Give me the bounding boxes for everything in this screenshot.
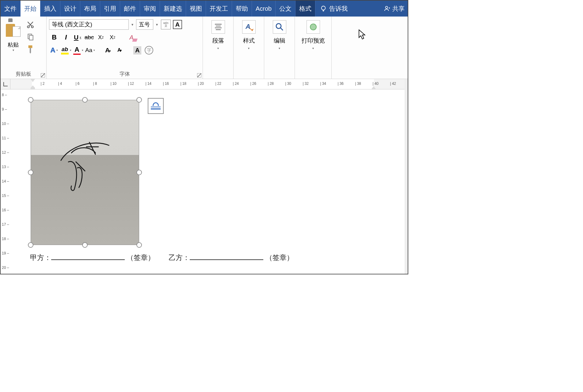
brush-icon — [26, 45, 34, 54]
font-color-button[interactable]: A — [73, 45, 84, 55]
group-paragraph[interactable]: 段落 ▾ — [203, 17, 234, 79]
enclose-char-button[interactable]: 字 — [144, 45, 154, 55]
party-b-label: 乙方： — [169, 254, 190, 262]
group-print-preview[interactable]: 打印预览 ▾ — [295, 17, 332, 79]
tab-acrobat[interactable]: Acrob — [252, 1, 276, 17]
signature-line: 甲方： （签章） 乙方： （签章） — [30, 253, 294, 262]
tab-insert[interactable]: 插入 — [40, 1, 60, 17]
tab-file[interactable]: 文件 — [1, 1, 21, 17]
paragraph-icon — [211, 20, 225, 34]
tab-gongwen[interactable]: 公文 — [276, 1, 295, 17]
group-clipboard: 粘贴 ▾ 剪贴板 — [1, 17, 47, 79]
group-label-font: 字体 — [48, 69, 201, 78]
resize-handle-tr[interactable] — [136, 97, 142, 103]
tab-developer[interactable]: 开发工 — [206, 1, 232, 17]
horizontal-ruler[interactable]: 24681012141618202224262830323436384042 — [10, 79, 408, 89]
party-b-seal: （签章） — [265, 254, 294, 262]
party-a-label: 甲方： — [30, 254, 51, 262]
svg-point-0 — [322, 6, 326, 10]
tab-format[interactable]: 格式 — [295, 1, 315, 17]
bold-button[interactable]: B — [49, 32, 59, 43]
svg-point-13 — [310, 24, 316, 30]
phonetic-guide-button[interactable]: wén文 — [161, 19, 171, 30]
text-effects-icon: A — [51, 46, 55, 54]
share-button[interactable]: 共享 — [381, 1, 408, 17]
scissors-icon — [26, 21, 34, 29]
resize-handle-br[interactable] — [136, 242, 142, 248]
layout-options-icon — [151, 102, 161, 110]
styles-icon: A — [242, 20, 256, 34]
resize-handle-ml[interactable] — [28, 170, 33, 175]
editing-icon — [273, 20, 286, 34]
person-add-icon — [384, 5, 391, 12]
party-b-underline — [190, 253, 263, 260]
group-editing[interactable]: 编辑 ▾ — [264, 17, 295, 79]
document-area[interactable]: 甲方： （签章） 乙方： （签章） — [10, 89, 408, 274]
highlight-icon: ab — [61, 46, 69, 55]
phonetic-icon: wén文 — [161, 20, 171, 29]
superscript-button[interactable]: X2 — [107, 32, 118, 43]
resize-handle-tm[interactable] — [82, 97, 88, 103]
resize-handle-bm[interactable] — [82, 242, 88, 248]
enclose-icon: 字 — [145, 46, 153, 55]
signature-photo — [31, 100, 139, 245]
char-border-button[interactable]: A — [172, 19, 183, 30]
ribbon-empty — [332, 17, 408, 79]
tab-selector-icon — [3, 82, 8, 86]
cut-button[interactable] — [26, 20, 35, 29]
clear-format-button[interactable]: A — [126, 32, 137, 43]
clipboard-icon — [6, 20, 21, 37]
italic-button[interactable]: I — [61, 32, 71, 43]
border-a-icon: A — [173, 20, 182, 29]
svg-text:A: A — [245, 23, 250, 30]
party-a-seal: （签章） — [127, 254, 155, 262]
layout-options-button[interactable] — [148, 98, 164, 114]
ribbon-tabs: 文件 开始 插入 设计 布局 引用 邮件 审阅 新建选 视图 开发工 帮助 Ac… — [1, 1, 408, 17]
grow-font-button[interactable]: A — [103, 45, 113, 55]
tab-references[interactable]: 引用 — [100, 1, 120, 17]
font-name-dropdown[interactable]: ▼ — [130, 23, 135, 26]
format-painter-button[interactable] — [26, 45, 35, 54]
group-label-clipboard: 剪贴板 — [2, 69, 44, 78]
tab-layout[interactable]: 布局 — [80, 1, 100, 17]
subscript-button[interactable]: X2 — [96, 32, 106, 43]
strikethrough-button[interactable]: abc — [84, 32, 94, 43]
font-launcher[interactable] — [197, 73, 201, 77]
shrink-font-button[interactable]: A — [114, 45, 125, 55]
copy-button[interactable] — [26, 32, 35, 42]
svg-rect-5 — [29, 36, 33, 40]
tab-newtab[interactable]: 新建选 — [160, 1, 186, 17]
font-size-combo[interactable]: 五号 — [136, 19, 153, 30]
underline-button[interactable]: U — [72, 32, 83, 43]
copy-icon — [26, 33, 34, 41]
ribbon: 粘贴 ▾ 剪贴板 等线 (西文正文)▼ 五号▼ wén文 A B I U — [1, 17, 408, 79]
lightbulb-icon — [320, 5, 327, 12]
tab-help[interactable]: 帮助 — [232, 1, 252, 17]
selected-image[interactable] — [28, 97, 142, 247]
svg-point-1 — [386, 6, 388, 9]
char-shading-button[interactable]: A — [132, 45, 143, 55]
font-size-dropdown[interactable]: ▼ — [154, 23, 159, 26]
font-name-combo[interactable]: 等线 (西文正文) — [49, 19, 129, 30]
clipboard-launcher[interactable] — [41, 73, 45, 77]
scrollbar-edge[interactable] — [405, 79, 408, 274]
resize-handle-tl[interactable] — [28, 97, 33, 103]
resize-handle-bl[interactable] — [28, 242, 33, 248]
rulers: 24681012141618202224262830323436384042 8… — [1, 79, 408, 89]
tab-review[interactable]: 审阅 — [140, 1, 160, 17]
tab-view[interactable]: 视图 — [186, 1, 206, 17]
party-a-underline — [51, 253, 125, 260]
tab-design[interactable]: 设计 — [60, 1, 80, 17]
highlight-button[interactable]: ab — [61, 45, 72, 55]
group-font: 等线 (西文正文)▼ 五号▼ wén文 A B I U abc X2 X2 A … — [47, 17, 203, 79]
tell-me[interactable]: 告诉我 — [315, 1, 352, 17]
ruler-corner[interactable] — [1, 79, 10, 89]
group-styles[interactable]: A 样式 ▾ — [234, 17, 264, 79]
text-effects-button[interactable]: A — [49, 45, 59, 55]
tab-home[interactable]: 开始 — [21, 1, 40, 17]
tab-mailings[interactable]: 邮件 — [120, 1, 140, 17]
paste-button[interactable]: 粘贴 ▾ — [2, 18, 24, 67]
resize-handle-mr[interactable] — [136, 170, 142, 175]
change-case-button[interactable]: Aa — [85, 45, 95, 55]
print-preview-icon — [307, 20, 320, 34]
